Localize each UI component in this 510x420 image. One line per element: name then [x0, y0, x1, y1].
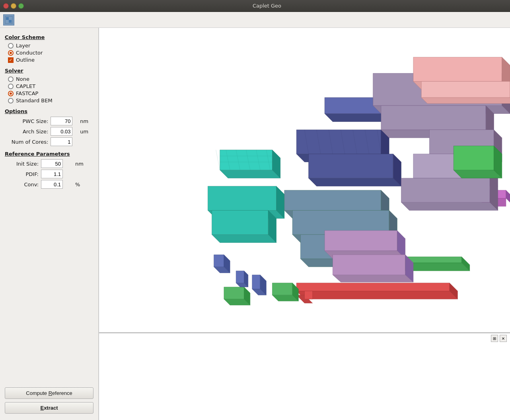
pdif-label: PDIF:	[6, 171, 39, 177]
main-window: Color Scheme Layer Conductor ✓ Outline S…	[0, 12, 510, 420]
svg-marker-85	[214, 255, 224, 267]
app-icon	[3, 14, 14, 25]
conv-unit: %	[75, 182, 93, 188]
svg-marker-75	[333, 275, 413, 282]
options-fields: PWC Size: nm Arch Size: um Num of Cores:	[5, 117, 93, 146]
svg-marker-61	[224, 287, 244, 299]
solver-caplet[interactable]: CAPLET	[8, 83, 93, 89]
svg-marker-49	[421, 81, 510, 98]
svg-marker-34	[381, 105, 486, 130]
bottom-log-panel: ⊞ ✕	[99, 332, 510, 420]
window-title: Caplet Geo	[27, 3, 507, 9]
bottom-close-button[interactable]: ✕	[500, 335, 507, 342]
svg-marker-82	[252, 275, 260, 289]
conductor-label: Conductor	[16, 50, 43, 56]
arch-size-unit: um	[80, 129, 93, 135]
svg-marker-25	[309, 154, 393, 178]
arch-size-input[interactable]	[51, 127, 72, 136]
minimize-button[interactable]	[11, 3, 16, 9]
init-size-label: Init Size:	[6, 161, 39, 167]
color-scheme-outline[interactable]: ✓ Outline	[8, 57, 93, 63]
pwc-size-label: PWC Size:	[6, 118, 48, 124]
window-controls[interactable]	[3, 3, 24, 9]
svg-marker-18	[220, 170, 280, 178]
solver-options: None CAPLET FASTCAP Standard BEM	[5, 76, 93, 104]
color-scheme-header: Color Scheme	[5, 34, 93, 40]
svg-marker-46	[413, 57, 502, 82]
fastcap-label: FASTCAP	[16, 90, 38, 96]
mauve-lower	[325, 231, 413, 282]
standard-bem-radio[interactable]	[8, 98, 14, 104]
svg-marker-16	[212, 210, 269, 234]
content-area: Color Scheme Layer Conductor ✓ Outline S…	[0, 28, 510, 420]
svg-marker-76	[333, 255, 405, 275]
svg-marker-58	[272, 283, 292, 295]
left-panel: Color Scheme Layer Conductor ✓ Outline S…	[0, 28, 99, 420]
bottom-expand-button[interactable]: ⊞	[491, 335, 498, 342]
fastcap-radio[interactable]	[8, 91, 14, 96]
ref-params-header: Reference Parameters	[5, 151, 93, 157]
conductor-radio[interactable]	[8, 50, 14, 56]
svg-marker-8	[305, 291, 313, 299]
outline-label: Outline	[16, 57, 35, 63]
ref-params-fields: Init Size: nm PDIF: Conv: %	[5, 159, 93, 189]
init-size-input[interactable]	[41, 159, 63, 168]
bottom-toolbar[interactable]: ⊞ ✕	[491, 335, 507, 342]
svg-marker-4	[296, 291, 457, 299]
pdif-input[interactable]	[41, 170, 63, 178]
svg-marker-48	[421, 98, 510, 104]
num-cores-input[interactable]	[51, 137, 72, 146]
svg-marker-51	[454, 170, 502, 178]
pink-top-structure	[413, 57, 510, 104]
arch-size-label: Arch Size:	[6, 129, 48, 135]
conv-input[interactable]	[41, 180, 63, 189]
compute-reference-button[interactable]: Compute Reference	[5, 387, 93, 399]
svg-marker-52	[454, 146, 494, 170]
3d-view-panel	[99, 28, 510, 332]
svg-marker-24	[309, 178, 401, 186]
solver-none[interactable]: None	[8, 76, 93, 82]
extract-button[interactable]: Extract	[5, 402, 93, 414]
3d-visualization	[99, 28, 510, 332]
svg-rect-2	[9, 20, 12, 23]
titlebar: Caplet Geo	[0, 0, 510, 12]
none-radio[interactable]	[8, 76, 14, 82]
caplet-label: CAPLET	[16, 83, 35, 89]
standard-bem-label: Standard BEM	[16, 98, 53, 104]
svg-marker-15	[212, 234, 276, 242]
conv-label: Conv:	[6, 182, 39, 188]
pwc-size-input[interactable]	[51, 117, 72, 125]
app-icon-bar	[0, 12, 510, 28]
caplet-radio[interactable]	[8, 84, 14, 89]
svg-marker-42	[401, 202, 498, 210]
color-scheme-options: Layer Conductor ✓ Outline	[5, 43, 93, 63]
init-size-unit: nm	[75, 161, 93, 167]
svg-marker-43	[401, 178, 490, 202]
close-button[interactable]	[3, 3, 9, 9]
svg-marker-64	[284, 190, 381, 211]
pwc-size-unit: nm	[80, 118, 93, 124]
solver-fastcap[interactable]: FASTCAP	[8, 90, 93, 96]
outline-checkbox[interactable]: ✓	[8, 57, 14, 63]
right-area: ⊞ ✕	[99, 28, 510, 420]
options-header: Options	[5, 108, 93, 114]
svg-marker-5	[296, 283, 450, 291]
svg-rect-1	[6, 17, 9, 20]
layer-radio[interactable]	[8, 43, 14, 49]
solver-standard-bem[interactable]: Standard BEM	[8, 98, 93, 104]
svg-marker-79	[236, 271, 244, 283]
color-scheme-conductor[interactable]: Conductor	[8, 50, 93, 56]
layer-label: Layer	[16, 43, 30, 49]
svg-marker-13	[208, 186, 276, 211]
none-label: None	[16, 76, 29, 82]
maximize-button[interactable]	[18, 3, 24, 9]
color-scheme-layer[interactable]: Layer	[8, 43, 93, 49]
svg-marker-73	[325, 231, 397, 251]
svg-marker-19	[220, 150, 273, 170]
num-cores-label: Num of Cores:	[6, 139, 48, 145]
solver-header: Solver	[5, 68, 93, 74]
